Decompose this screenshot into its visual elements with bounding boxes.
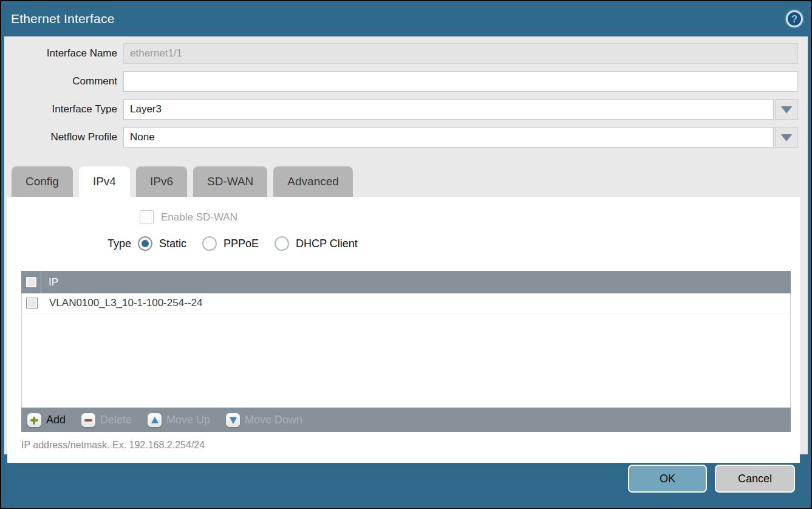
cancel-button[interactable]: Cancel <box>715 465 795 493</box>
interface-type-label: Interface Type <box>4 103 123 115</box>
minus-icon <box>81 413 95 427</box>
plus-icon <box>27 413 41 427</box>
move-down-button-label: Move Down <box>245 414 302 426</box>
type-label: Type <box>107 237 131 250</box>
ok-button[interactable]: OK <box>628 465 707 493</box>
tab-config[interactable]: Config <box>12 166 73 197</box>
enable-sdwan-row: Enable SD-WAN <box>140 210 237 224</box>
form-row-netflow-profile: Netflow Profile None <box>4 127 798 148</box>
ethernet-interface-dialog: Ethernet Interface ? Interface Name Comm… <box>0 0 812 509</box>
ip-table-toolbar: Add Delete Move Up Move Down <box>21 408 791 432</box>
enable-sdwan-checkbox[interactable] <box>140 210 154 224</box>
interface-form: Interface Name Comment Interface Type La… <box>4 36 808 148</box>
ip-table-body: VLAN0100_L3_10-1-100-254--24 <box>21 293 791 408</box>
comment-field[interactable] <box>123 71 798 92</box>
radio-dhcp-client-control[interactable] <box>275 236 289 251</box>
delete-button-label: Delete <box>100 414 132 426</box>
radio-pppoe-label: PPPoE <box>223 237 259 250</box>
form-row-comment: Comment <box>4 71 798 92</box>
arrow-up-icon <box>148 413 162 427</box>
dialog-title: Ethernet Interface <box>11 12 115 26</box>
interface-name-field <box>123 43 798 64</box>
form-row-interface-name: Interface Name <box>4 43 798 64</box>
ip-cell-value[interactable]: VLAN0100_L3_10-1-100-254--24 <box>42 297 202 309</box>
add-button[interactable]: Add <box>27 413 66 427</box>
tab-ipv4[interactable]: IPv4 <box>79 166 130 197</box>
table-row[interactable]: VLAN0100_L3_10-1-100-254--24 <box>22 293 790 313</box>
radio-pppoe-control[interactable] <box>202 236 217 251</box>
netflow-profile-dropdown[interactable]: None <box>123 127 774 148</box>
select-all-checkbox[interactable] <box>26 276 37 288</box>
chevron-down-icon <box>781 106 792 113</box>
tab-bar: Config IPv4 IPv6 SD-WAN Advanced <box>4 166 808 197</box>
move-up-button-label: Move Up <box>166 414 210 426</box>
row-checkbox-cell <box>22 293 42 313</box>
ipv4-tab-panel: Enable SD-WAN Type Static PPPoE DHCP Cli… <box>7 197 800 463</box>
dialog-body: Interface Name Comment Interface Type La… <box>4 36 808 454</box>
title-bar: Ethernet Interface ? <box>1 1 811 36</box>
interface-type-dropdown-button[interactable] <box>775 99 798 120</box>
arrow-down-icon <box>226 413 240 427</box>
radio-static-control[interactable] <box>138 236 152 251</box>
radio-dhcp-client[interactable]: DHCP Client <box>275 236 358 251</box>
ip-column-header: IP <box>41 276 58 289</box>
move-up-button[interactable]: Move Up <box>148 413 210 427</box>
radio-static-label: Static <box>159 237 186 250</box>
netflow-profile-dropdown-button[interactable] <box>775 127 798 148</box>
address-type-row: Type Static PPPoE DHCP Client <box>107 236 374 251</box>
comment-label: Comment <box>4 75 123 87</box>
tab-advanced[interactable]: Advanced <box>273 166 353 197</box>
header-checkbox-cell <box>21 271 41 293</box>
interface-type-dropdown[interactable]: Layer3 <box>123 99 774 120</box>
tab-sdwan[interactable]: SD-WAN <box>193 166 267 197</box>
radio-dhcp-client-label: DHCP Client <box>296 237 358 250</box>
radio-pppoe[interactable]: PPPoE <box>202 236 259 251</box>
move-down-button[interactable]: Move Down <box>226 413 302 427</box>
help-icon[interactable]: ? <box>786 10 803 27</box>
enable-sdwan-label: Enable SD-WAN <box>161 211 237 224</box>
radio-static[interactable]: Static <box>138 236 186 251</box>
row-checkbox[interactable] <box>26 298 38 309</box>
interface-name-label: Interface Name <box>4 47 123 60</box>
form-row-interface-type: Interface Type Layer3 <box>4 99 798 120</box>
add-button-label: Add <box>46 414 66 426</box>
ip-table-header: IP <box>21 271 791 293</box>
ip-format-hint: IP address/netmask. Ex. 192.168.2.254/24 <box>21 440 205 451</box>
ip-table: IP VLAN0100_L3_10-1-100-254--24 Add <box>21 271 791 432</box>
chevron-down-icon <box>781 134 792 141</box>
netflow-profile-label: Netflow Profile <box>4 131 123 143</box>
delete-button[interactable]: Delete <box>81 413 132 427</box>
tab-ipv6[interactable]: IPv6 <box>136 166 187 197</box>
